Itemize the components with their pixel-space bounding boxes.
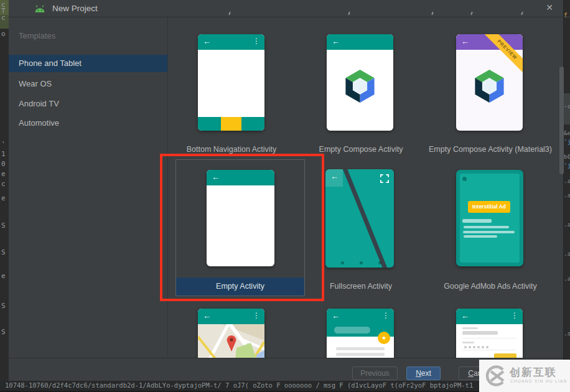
- template-preview: ← ⋮ ★: [327, 309, 394, 358]
- placeholder-line: [464, 226, 509, 228]
- bottom-nav-selected: [221, 117, 241, 131]
- back-arrow-icon: ←: [461, 37, 469, 46]
- template-card-bottom-navigation-activity[interactable]: ← ⋮ Bottom Navigation Activity: [167, 20, 296, 154]
- fullscreen-icon: [380, 174, 389, 183]
- nav-dot: [360, 261, 363, 264]
- password-dot: [464, 346, 467, 348]
- previous-button[interactable]: Previous: [352, 366, 398, 380]
- appbar: ← ⋮: [327, 309, 394, 324]
- placeholder-line: [463, 231, 515, 233]
- password-dot: [469, 346, 471, 348]
- placeholder-line: [336, 353, 385, 356]
- template-card-empty-compose-activity[interactable]: ← Empty Compose Activity: [296, 20, 426, 154]
- kebab-menu-icon: ⋮: [253, 311, 260, 320]
- bottom-nav-bar: [198, 117, 264, 131]
- new-project-dialog: New Project ✕ Templates Phone and Tablet…: [9, 0, 564, 381]
- template-preview: ←: [325, 169, 394, 268]
- back-arrow-icon: ←: [203, 311, 211, 320]
- template-label: Empty Compose Activity (Material3): [422, 145, 559, 154]
- back-arrow-icon: ←: [330, 172, 339, 181]
- divider-line: [462, 338, 516, 338]
- sidebar-item-phone-and-tablet[interactable]: Phone and Tablet: [9, 55, 167, 72]
- template-card-login-activity[interactable]: ← ⋮: [426, 304, 555, 358]
- divider-line: [462, 350, 516, 350]
- jetpack-compose-logo: [343, 69, 377, 103]
- template-preview: ←: [327, 34, 393, 131]
- template-card-google-maps-activity[interactable]: ← ⋮: [167, 304, 296, 358]
- nav-dot: [341, 261, 344, 264]
- watermark-en-text: CHUANG XIN HU LIAN: [510, 379, 568, 383]
- template-preview: ← ⋮: [198, 34, 264, 131]
- close-icon[interactable]: ✕: [546, 2, 553, 12]
- sidebar-item-wear-os[interactable]: Wear OS: [9, 75, 167, 93]
- template-preview: ← ⋮: [456, 309, 523, 358]
- fab-star-icon: ★: [378, 332, 390, 344]
- scrollbar-thumb[interactable]: [559, 67, 564, 174]
- password-dot: [473, 346, 475, 348]
- template-label: Empty Compose Activity: [292, 145, 429, 154]
- previous-button-label: Previous: [360, 367, 390, 380]
- sidebar-item-android-tv[interactable]: Android TV: [9, 95, 167, 113]
- back-arrow-icon: ←: [461, 311, 469, 320]
- kebab-menu-icon: ⋮: [253, 37, 260, 45]
- background-log-line: 10748-10760/d2f4c7dc6/standardb2d-1/AdbL…: [5, 381, 473, 389]
- screen: cTco'10eceSSeSS f-c&e'jb6'j.a.a.a.a.a.a …: [0, 0, 570, 392]
- watermark-logo-icon: [485, 365, 507, 387]
- template-preview: Interstitial Ad: [456, 170, 523, 266]
- template-card-empty-compose-activity-material3[interactable]: ← PREVIEW Empty Compose Activity (Materi…: [426, 20, 555, 154]
- watermark-badge: 创新互联 CHUANG XIN HU LIAN: [479, 360, 570, 392]
- input-placeholder: [462, 331, 498, 335]
- next-button-label: Next: [416, 367, 431, 380]
- placeholder-line: [336, 347, 385, 350]
- login-button-placeholder: [494, 353, 516, 358]
- watermark-cn-text: 创新互联: [510, 365, 557, 380]
- appbar: ←: [327, 34, 393, 50]
- template-label: Bottom Navigation Activity: [163, 145, 300, 154]
- template-card-basic-activity[interactable]: ← ⋮ ★: [296, 304, 426, 358]
- appbar: ← ⋮: [198, 309, 264, 324]
- next-button[interactable]: Next: [406, 366, 441, 380]
- map-preview: [198, 324, 264, 358]
- sidebar-header: Templates: [19, 31, 55, 40]
- password-dot: [477, 346, 480, 348]
- password-dot: [482, 346, 484, 348]
- back-arrow-icon: ←: [203, 37, 211, 46]
- tablet-screen: [460, 174, 520, 263]
- template-preview: ← PREVIEW: [456, 34, 523, 131]
- placeholder-line: [462, 327, 478, 329]
- placeholder-line: [462, 342, 474, 343]
- camera-dot: [462, 177, 467, 181]
- appbar: ← ⋮: [456, 309, 523, 324]
- jetpack-compose-logo: [472, 69, 507, 103]
- template-preview: ← ⋮: [198, 309, 264, 358]
- title-placeholder: [334, 327, 370, 334]
- nav-dot: [378, 261, 381, 264]
- background-editor-right: f-c&e'jb6'j.a.a.a.a.a.a: [563, 0, 570, 392]
- kebab-menu-icon: ⋮: [382, 311, 390, 320]
- clipped-label-fragments: [9, 12, 563, 16]
- password-dot: [486, 346, 488, 348]
- appbar: ← ⋮: [198, 34, 264, 50]
- interstitial-ad-button: Interstitial Ad: [468, 201, 510, 213]
- kebab-menu-icon: ⋮: [511, 311, 518, 320]
- placeholder-line: [462, 219, 492, 223]
- sidebar-item-automotive[interactable]: Automotive: [9, 114, 167, 132]
- back-arrow-icon: ←: [332, 37, 340, 46]
- back-arrow-icon: ←: [332, 311, 340, 320]
- placeholder-line: [464, 235, 497, 238]
- red-highlight-annotation: [160, 154, 324, 301]
- background-editor-left: cTco'10eceSSeSS: [0, 0, 9, 392]
- template-card-google-admob-ads-activity[interactable]: Interstitial Ad Google AdMob Ads Activit…: [426, 156, 555, 296]
- template-label: Google AdMob Ads Activity: [422, 282, 559, 291]
